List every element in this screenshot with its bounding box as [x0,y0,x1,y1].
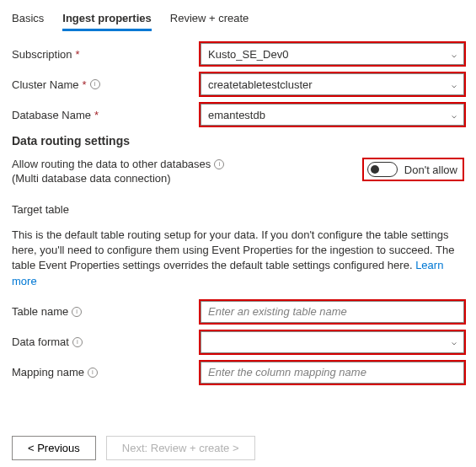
chevron-down-icon: ⌵ [452,337,457,346]
info-icon: i [214,159,224,169]
cluster-name-label: Cluster Name* i [12,78,201,91]
data-routing-heading: Data routing settings [12,134,464,148]
chevron-down-icon: ⌵ [452,80,457,89]
table-name-input[interactable] [201,301,464,323]
subscription-select[interactable]: Kusto_SE_Dev0 ⌵ [201,43,464,65]
toggle-state-text: Don't allow [404,164,457,176]
info-icon: i [72,337,83,347]
tab-ingest-properties[interactable]: Ingest properties [62,8,151,31]
chevron-down-icon: ⌵ [452,50,457,59]
tab-review-create[interactable]: Review + create [170,8,249,31]
info-icon: i [88,368,98,378]
allow-routing-sublabel: (Multi database data connection) [12,172,224,185]
cluster-name-select[interactable]: createtabletestcluster ⌵ [201,73,464,95]
tab-basics[interactable]: Basics [12,8,44,31]
target-table-description: This is the default table routing setup … [12,228,464,289]
info-icon: i [90,79,100,89]
target-table-heading: Target table [12,203,464,216]
mapping-name-input[interactable] [201,362,464,384]
allow-routing-label: Allow routing the data to other database… [12,158,211,170]
table-name-label: Table name i [12,305,201,318]
mapping-name-label: Mapping name i [12,366,201,378]
database-name-label: Database Name* [12,109,201,121]
info-icon: i [72,307,82,317]
data-format-label: Data format i [12,335,201,348]
chevron-down-icon: ⌵ [452,110,457,120]
database-name-select[interactable]: emantestdb ⌵ [201,104,464,126]
previous-button[interactable]: < Previous [12,436,96,460]
next-button[interactable]: Next: Review + create > [106,436,255,460]
footer-buttons: < Previous Next: Review + create > [12,436,464,460]
tab-bar: Basics Ingest properties Review + create [12,8,464,31]
allow-routing-toggle[interactable] [367,162,398,177]
subscription-label: Subscription* [12,48,201,61]
allow-routing-toggle-wrap: Don't allow [362,158,464,181]
data-format-select[interactable]: ⌵ [201,331,464,353]
